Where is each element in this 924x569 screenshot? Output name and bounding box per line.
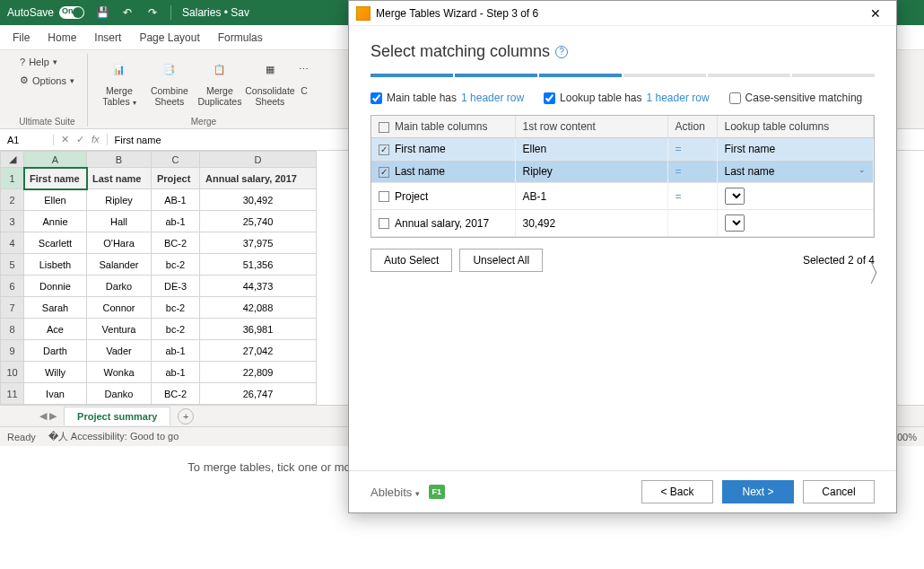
- cell[interactable]: Annual salary, 2017: [200, 168, 317, 189]
- cancel-formula-icon[interactable]: ✕: [61, 134, 69, 145]
- cell[interactable]: Vader: [87, 340, 152, 362]
- cell[interactable]: 42,088: [200, 297, 317, 319]
- close-button[interactable]: ✕: [862, 3, 889, 24]
- cell[interactable]: Hall: [87, 211, 152, 232]
- name-box[interactable]: A1: [0, 135, 54, 145]
- autosave-toggle[interactable]: AutoSave On: [7, 6, 84, 19]
- tab-insert[interactable]: Insert: [94, 31, 121, 44]
- row-checkbox[interactable]: ✓: [379, 167, 389, 178]
- cell[interactable]: Sarah: [24, 297, 87, 319]
- row-header[interactable]: 8: [1, 319, 24, 340]
- formula-input[interactable]: First name: [108, 135, 169, 145]
- chevron-down-icon[interactable]: ⌄: [859, 165, 866, 174]
- cell[interactable]: Willy: [24, 362, 87, 383]
- master-checkbox[interactable]: [379, 122, 389, 133]
- cell[interactable]: ab-1: [152, 340, 200, 362]
- cell[interactable]: 37,975: [200, 232, 317, 254]
- cell[interactable]: BC-2: [152, 383, 200, 405]
- cell[interactable]: ab-1: [152, 211, 200, 232]
- cell[interactable]: ab-1: [152, 362, 200, 383]
- tab-file[interactable]: File: [13, 31, 30, 44]
- cell[interactable]: Salander: [87, 254, 152, 276]
- cell[interactable]: Ripley: [87, 189, 152, 211]
- cell[interactable]: Danko: [87, 383, 152, 405]
- cancel-button[interactable]: Cancel: [803, 480, 875, 503]
- cell[interactable]: 51,356: [200, 254, 317, 276]
- f1-help-badge[interactable]: F1: [429, 485, 445, 499]
- cell[interactable]: Wonka: [87, 362, 152, 383]
- case-sensitive-checkbox[interactable]: Case-sensitive matching: [729, 92, 863, 104]
- row-checkbox[interactable]: [379, 218, 389, 229]
- undo-icon[interactable]: ↶: [120, 5, 135, 20]
- column-row[interactable]: ✓First nameEllen=First name: [371, 138, 874, 161]
- cell[interactable]: Darko: [87, 276, 152, 297]
- tab-page-layout[interactable]: Page Layout: [139, 31, 199, 44]
- redo-icon[interactable]: ↷: [145, 5, 160, 20]
- cell[interactable]: Ellen: [24, 189, 87, 211]
- col-header[interactable]: A: [24, 152, 87, 168]
- tab-home[interactable]: Home: [48, 31, 76, 44]
- row-header[interactable]: 7: [1, 297, 24, 319]
- col-header[interactable]: D: [200, 152, 317, 168]
- cell[interactable]: 44,373: [200, 276, 317, 297]
- main-header-checkbox[interactable]: Main table has 1 header row: [370, 92, 524, 104]
- cell[interactable]: BC-2: [152, 232, 200, 254]
- cell[interactable]: First name: [24, 168, 87, 189]
- cell[interactable]: 27,042: [200, 340, 317, 362]
- cell[interactable]: Donnie: [24, 276, 87, 297]
- cell[interactable]: 26,747: [200, 383, 317, 405]
- enter-formula-icon[interactable]: ✓: [76, 134, 84, 145]
- select-all-corner[interactable]: ◢: [1, 152, 24, 168]
- row-checkbox[interactable]: ✓: [379, 144, 389, 155]
- cell[interactable]: Ivan: [24, 383, 87, 405]
- accessibility-status[interactable]: �人 Accessibility: Good to go: [48, 430, 179, 443]
- lookup-header-checkbox[interactable]: Lookup table has 1 header row: [544, 92, 709, 104]
- cell[interactable]: Annie: [24, 211, 87, 232]
- more-button[interactable]: ⋯C: [296, 54, 312, 100]
- fx-icon[interactable]: fx: [92, 134, 100, 145]
- cell[interactable]: Project: [152, 168, 200, 189]
- row-header[interactable]: 4: [1, 232, 24, 254]
- cell[interactable]: 25,740: [200, 211, 317, 232]
- cell[interactable]: DE-3: [152, 276, 200, 297]
- spreadsheet[interactable]: ◢ A B C D 1 First name Last name Project…: [0, 151, 317, 405]
- cell[interactable]: Scarlett: [24, 232, 87, 254]
- unselect-all-button[interactable]: Unselect All: [459, 249, 543, 272]
- help-button[interactable]: ?Help▾: [14, 54, 63, 70]
- cell[interactable]: Ace: [24, 319, 87, 340]
- cell[interactable]: Darth: [24, 340, 87, 362]
- back-button[interactable]: < Back: [641, 480, 713, 503]
- cell[interactable]: O'Hara: [87, 232, 152, 254]
- merge-duplicates-button[interactable]: 📋Merge Duplicates: [196, 54, 244, 109]
- cell[interactable]: 22,809: [200, 362, 317, 383]
- column-row[interactable]: ProjectAB-1=: [371, 183, 874, 210]
- help-icon[interactable]: ?: [555, 46, 568, 58]
- cell[interactable]: AB-1: [152, 189, 200, 211]
- row-header[interactable]: 2: [1, 189, 24, 211]
- column-row[interactable]: Annual salary, 201730,492: [371, 210, 874, 237]
- row-header[interactable]: 1: [1, 168, 24, 189]
- cell[interactable]: 30,492: [200, 189, 317, 211]
- save-icon[interactable]: 💾: [95, 5, 109, 20]
- col-header[interactable]: C: [152, 152, 200, 168]
- add-sheet-button[interactable]: +: [178, 408, 194, 425]
- columns-table[interactable]: Main table columns 1st row content Actio…: [370, 115, 875, 238]
- cell[interactable]: Connor: [87, 297, 152, 319]
- cell[interactable]: Last name: [87, 168, 152, 189]
- cell[interactable]: 36,981: [200, 319, 317, 340]
- column-row[interactable]: ✓Last nameRipley=Last name⌄: [371, 161, 874, 183]
- row-checkbox[interactable]: [379, 191, 389, 202]
- toggle-switch[interactable]: On: [59, 6, 84, 19]
- row-header[interactable]: 6: [1, 276, 24, 297]
- col-header[interactable]: B: [87, 152, 152, 168]
- cell[interactable]: bc-2: [152, 319, 200, 340]
- consolidate-sheets-button[interactable]: ▦Consolidate Sheets: [246, 54, 294, 109]
- next-button[interactable]: Next >: [722, 480, 794, 503]
- combine-sheets-button[interactable]: 📑Combine Sheets: [145, 54, 194, 109]
- brand-label[interactable]: Ablebits ▾: [370, 486, 420, 499]
- auto-select-button[interactable]: Auto Select: [370, 249, 452, 272]
- row-header[interactable]: 5: [1, 254, 24, 276]
- cell[interactable]: bc-2: [152, 254, 200, 276]
- row-header[interactable]: 3: [1, 211, 24, 232]
- row-header[interactable]: 9: [1, 340, 24, 362]
